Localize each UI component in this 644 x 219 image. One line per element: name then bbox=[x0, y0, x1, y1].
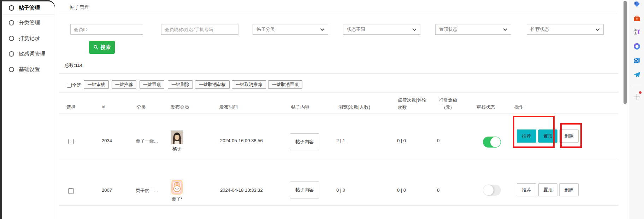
member-avatar bbox=[171, 130, 183, 145]
column-select: 选择 bbox=[66, 104, 76, 110]
sidebar: 帖子管理 分类管理 打赏记录 敏感词管理 基础设置 bbox=[2, 1, 55, 219]
column-content: 帖子内容 bbox=[291, 104, 309, 110]
toggle-knob bbox=[490, 137, 501, 147]
select-all-checkbox[interactable] bbox=[67, 83, 72, 88]
sidebar-item-categories[interactable]: 分类管理 bbox=[2, 15, 54, 30]
radio-circle-icon bbox=[9, 5, 14, 11]
sidebar-item-label: 敏感词管理 bbox=[19, 51, 45, 57]
section-divider bbox=[59, 73, 618, 74]
post-category-select[interactable]: 帖子分类 bbox=[253, 24, 328, 35]
page-title: 帖子管理 bbox=[70, 4, 89, 11]
column-member: 发布会员 bbox=[171, 104, 189, 110]
member-id-input[interactable] bbox=[70, 24, 143, 35]
chevron-down-icon bbox=[503, 27, 507, 32]
post-content-button[interactable]: 帖子内容 bbox=[290, 181, 319, 198]
cell-category: 栗子的二... bbox=[136, 188, 158, 194]
radio-circle-icon bbox=[9, 20, 14, 25]
person-photo-icon bbox=[171, 131, 183, 144]
chevron-down-icon bbox=[320, 27, 324, 32]
select-value: 状态不限 bbox=[347, 26, 365, 33]
sidebar-item-rewards[interactable]: 打赏记录 bbox=[2, 30, 54, 46]
bulk-recommend-button[interactable]: 一键推荐 bbox=[112, 80, 136, 89]
member-name: 栗子* bbox=[165, 196, 189, 202]
column-id: id bbox=[102, 104, 105, 109]
row-divider bbox=[59, 205, 618, 206]
pin-button[interactable]: 置顶 bbox=[538, 129, 557, 143]
delete-button[interactable]: 删除 bbox=[559, 129, 579, 143]
row-checkbox[interactable] bbox=[68, 139, 74, 144]
radio-circle-icon bbox=[9, 36, 14, 41]
select-all-label: 全选 bbox=[72, 82, 81, 88]
sidebar-item-settings[interactable]: 基础设置 bbox=[2, 62, 54, 77]
recommend-status-select[interactable]: 推荐状态 bbox=[527, 24, 604, 35]
bunny-avatar-icon bbox=[171, 180, 183, 195]
column-actions: 操作 bbox=[514, 104, 524, 110]
cell-publish-time: 2024-04-18 13:33:32 bbox=[220, 188, 263, 193]
select-value: 帖子分类 bbox=[256, 26, 275, 33]
recommend-button[interactable]: 推荐 bbox=[517, 183, 536, 196]
tag-icon[interactable] bbox=[633, 0, 641, 8]
member-avatar bbox=[171, 179, 183, 195]
table-top-divider bbox=[59, 92, 618, 93]
column-category: 分类 bbox=[137, 104, 146, 110]
cell-likes: 0 | 0 bbox=[397, 188, 406, 193]
dynamics-swirl-icon[interactable] bbox=[633, 42, 641, 50]
add-sidebar-item-icon[interactable] bbox=[633, 93, 641, 101]
sidebar-item-label: 打赏记录 bbox=[19, 35, 40, 42]
sidebar-item-posts[interactable]: 帖子管理 bbox=[2, 1, 54, 15]
delete-button[interactable]: 删除 bbox=[559, 183, 579, 196]
chess-icon[interactable] bbox=[633, 27, 641, 35]
bulk-cancel-recommend-button[interactable]: 一键取消推荐 bbox=[232, 80, 266, 89]
cell-id: 2034 bbox=[102, 138, 112, 143]
title-divider bbox=[59, 12, 618, 12]
sidebar-item-label: 帖子管理 bbox=[19, 5, 40, 11]
search-icon bbox=[93, 45, 99, 50]
cell-reward: 0 bbox=[437, 188, 439, 193]
member-name: 橘子 bbox=[165, 146, 189, 152]
toolbox-icon[interactable] bbox=[633, 15, 641, 23]
search-button-label: 搜索 bbox=[101, 44, 111, 51]
cell-reward: 0 bbox=[437, 138, 439, 143]
search-button[interactable]: 搜索 bbox=[89, 41, 115, 54]
post-admin-page: 帖子管理 分类管理 打赏记录 敏感词管理 基础设置 帖子管理 帖子分类 状态不限 bbox=[0, 0, 644, 219]
total-value: 114 bbox=[75, 63, 83, 68]
total-count: 总数:114 bbox=[65, 62, 83, 69]
column-likes-comments: 点赞次数|评论次数 bbox=[398, 96, 430, 111]
row-checkbox[interactable] bbox=[68, 188, 74, 194]
cell-publish-time: 2024-05-16 09:38:56 bbox=[220, 138, 263, 143]
bulk-audit-button[interactable]: 一键审核 bbox=[84, 80, 109, 89]
bulk-cancel-pin-button[interactable]: 一键取消置顶 bbox=[268, 80, 302, 89]
row-divider bbox=[59, 160, 618, 160]
cell-views: 2 | 1 bbox=[336, 138, 345, 143]
column-audit-status: 审核状态 bbox=[477, 104, 495, 110]
column-reward: 打赏金额(元) bbox=[437, 96, 459, 111]
post-content-button[interactable]: 帖子内容 bbox=[290, 133, 319, 150]
scrollbar-thumb[interactable] bbox=[624, 1, 627, 104]
bulk-cancel-audit-button[interactable]: 一键取消审核 bbox=[195, 80, 230, 89]
telegram-icon[interactable] bbox=[633, 70, 641, 79]
chevron-down-icon bbox=[412, 27, 416, 32]
pin-button[interactable]: 置顶 bbox=[538, 183, 557, 196]
radio-circle-icon bbox=[9, 67, 14, 72]
audit-toggle-off[interactable] bbox=[483, 185, 501, 196]
sidebar-item-sensitive-words[interactable]: 敏感词管理 bbox=[2, 46, 54, 62]
status-select[interactable]: 状态不限 bbox=[343, 24, 420, 35]
cell-id: 2007 bbox=[102, 188, 112, 193]
audit-toggle-on[interactable] bbox=[483, 137, 501, 148]
cell-likes: 0 | 0 bbox=[397, 138, 406, 143]
sidebar-item-label: 分类管理 bbox=[19, 19, 40, 26]
chevron-down-icon bbox=[596, 27, 600, 32]
member-info-input[interactable] bbox=[161, 24, 238, 35]
notification-dot bbox=[639, 91, 642, 94]
outlook-icon[interactable] bbox=[633, 56, 641, 64]
bulk-pin-button[interactable]: 一键置顶 bbox=[140, 80, 164, 89]
cell-views: 0 | 0 bbox=[336, 188, 345, 193]
column-views: 浏览(次数|人数) bbox=[338, 104, 370, 110]
radio-circle-icon bbox=[9, 51, 14, 57]
recommend-button[interactable]: 推荐 bbox=[517, 129, 536, 143]
header-divider bbox=[59, 113, 618, 114]
bulk-delete-button[interactable]: 一键删除 bbox=[168, 80, 193, 89]
rail-divider bbox=[632, 85, 642, 85]
pinned-status-select[interactable]: 置顶状态 bbox=[435, 24, 511, 35]
toggle-knob bbox=[483, 185, 494, 195]
